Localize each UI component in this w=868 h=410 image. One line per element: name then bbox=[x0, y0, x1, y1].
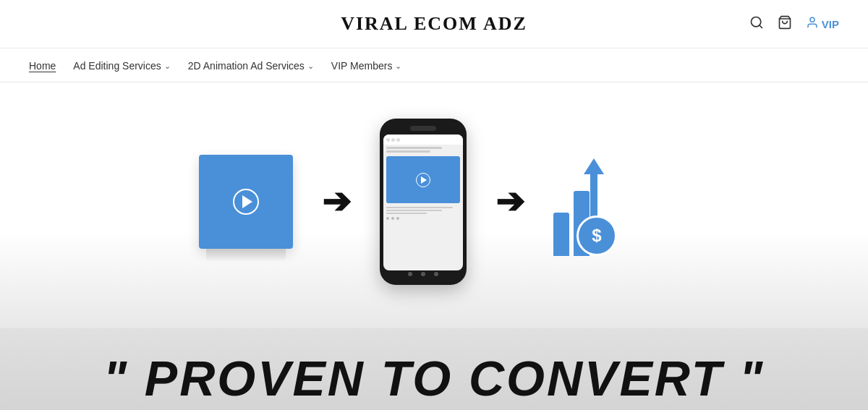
phone-bottom-line bbox=[386, 207, 453, 208]
phone-text-line bbox=[386, 150, 430, 153]
vip-label[interactable]: VIP bbox=[822, 18, 839, 30]
phone-play-triangle bbox=[421, 176, 427, 184]
main-nav: Home Ad Editing Services ⌄ 2D Animation … bbox=[0, 48, 868, 82]
phone-header-dot bbox=[386, 138, 390, 142]
nav-ad-editing[interactable]: Ad Editing Services ⌄ bbox=[64, 57, 179, 76]
header: Viral Ecom Adz VIP bbox=[0, 0, 868, 48]
play-button-icon bbox=[233, 189, 259, 215]
growth-graphic: $ bbox=[553, 148, 669, 256]
chevron-down-icon: ⌄ bbox=[164, 61, 171, 71]
chevron-down-icon: ⌄ bbox=[307, 61, 314, 71]
flow-step-3: $ bbox=[553, 148, 669, 256]
phone-header-dot bbox=[396, 138, 400, 142]
svg-line-1 bbox=[760, 25, 762, 27]
flow-arrow-2: ➔ bbox=[495, 184, 524, 219]
phone-nav-bar bbox=[408, 270, 438, 278]
phone-header-dot bbox=[391, 138, 395, 142]
phone-reactions-bar bbox=[386, 217, 460, 220]
flow-step-1 bbox=[199, 155, 293, 249]
nav-vip-members[interactable]: VIP Members ⌄ bbox=[323, 57, 411, 76]
phone-mockup bbox=[380, 119, 467, 285]
cart-icon[interactable] bbox=[777, 15, 793, 33]
phone-notch bbox=[410, 126, 436, 131]
search-icon[interactable] bbox=[749, 15, 764, 33]
raw-video-box bbox=[199, 155, 293, 249]
phone-nav-dot bbox=[408, 272, 412, 276]
phone-play-icon bbox=[416, 173, 430, 187]
bar-chart: $ bbox=[553, 191, 590, 256]
reaction-dot bbox=[396, 217, 399, 220]
chevron-down-icon: ⌄ bbox=[395, 61, 401, 71]
proven-section: " PROVEN TO CONVERT " bbox=[0, 328, 868, 410]
nav-2d-animation[interactable]: 2D Animation Ad Services ⌄ bbox=[179, 57, 323, 76]
play-triangle-icon bbox=[242, 195, 252, 208]
svg-point-3 bbox=[810, 17, 814, 22]
arrow-shaft bbox=[590, 174, 597, 221]
up-arrow-group bbox=[584, 158, 604, 221]
phone-bottom-area bbox=[383, 205, 463, 222]
arrow-head-up-icon bbox=[584, 158, 604, 174]
dollar-sign-icon: $ bbox=[592, 227, 601, 244]
hero-section: ➔ bbox=[0, 82, 868, 410]
flow-arrow-1: ➔ bbox=[322, 184, 351, 219]
phone-nav-dot bbox=[434, 272, 438, 276]
phone-nav-dot bbox=[421, 272, 425, 276]
phone-bottom-line bbox=[386, 210, 442, 211]
flow-graphic: ➔ bbox=[0, 82, 868, 328]
reaction-dot bbox=[386, 217, 389, 220]
vip-link[interactable]: VIP bbox=[806, 16, 839, 32]
dollar-circle-icon: $ bbox=[576, 215, 617, 256]
header-actions: VIP bbox=[749, 15, 839, 33]
phone-content-lines bbox=[383, 145, 463, 155]
phone-text-line bbox=[386, 147, 442, 149]
flow-step-2 bbox=[380, 119, 467, 285]
phone-header-bar bbox=[383, 134, 463, 145]
proven-text: " PROVEN TO CONVERT " bbox=[103, 350, 765, 406]
phone-video-area bbox=[386, 156, 460, 203]
phone-screen bbox=[383, 134, 463, 270]
site-logo[interactable]: Viral Ecom Adz bbox=[341, 13, 527, 35]
user-icon bbox=[806, 16, 819, 32]
nav-home[interactable]: Home bbox=[29, 57, 64, 76]
bar-1 bbox=[553, 213, 569, 256]
phone-bottom-line bbox=[386, 213, 427, 214]
reaction-dot bbox=[391, 217, 394, 220]
